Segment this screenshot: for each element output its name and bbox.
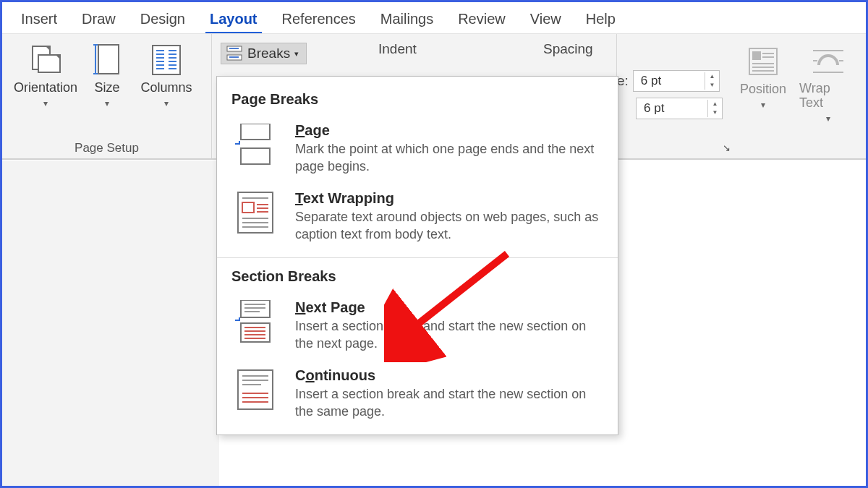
wrap-text-label: Wrap Text — [799, 82, 857, 111]
dropdown-separator — [217, 257, 618, 258]
spacing-label: Spacing — [543, 41, 593, 57]
chevron-down-icon: ▾ — [105, 98, 109, 108]
text-wrapping-break-icon — [234, 190, 276, 235]
group-page-setup: Orientation ▾ Size ▾ — [2, 34, 212, 158]
tab-view[interactable]: View — [524, 7, 567, 33]
dialog-launcher-paragraph[interactable]: ↘ — [723, 142, 734, 154]
page-breaks-header: Page Breaks — [231, 91, 612, 108]
spin-up-icon[interactable]: ▲ — [708, 100, 722, 108]
orientation-button[interactable]: Orientation ▾ — [11, 40, 80, 108]
chevron-down-icon: ▾ — [294, 49, 299, 59]
break-continuous[interactable]: Continuous Insert a section break and st… — [231, 363, 612, 431]
tab-review[interactable]: Review — [452, 7, 511, 33]
breaks-label: Breaks — [247, 46, 290, 61]
breaks-button[interactable]: Breaks ▾ — [221, 43, 307, 64]
size-label: Size — [94, 80, 119, 95]
orientation-label: Orientation — [14, 80, 77, 95]
columns-label: Columns — [140, 80, 192, 95]
group-label-page-setup: Page Setup — [2, 141, 211, 155]
tab-references[interactable]: References — [276, 7, 362, 33]
spacing-after-value: 6 pt — [637, 101, 707, 116]
section-breaks-header: Section Breaks — [231, 268, 612, 285]
svg-rect-37 — [241, 148, 270, 164]
group-arrange: Position ▾ Wrap Text ▾ — [734, 41, 857, 124]
orientation-icon — [27, 43, 64, 77]
document-gutter — [2, 160, 219, 486]
spacing-before-input[interactable]: 6 pt ▲ ▼ — [633, 70, 720, 92]
page-break-icon — [234, 122, 276, 167]
spin-down-icon[interactable]: ▼ — [705, 81, 719, 90]
break-continuous-title: Continuous — [295, 367, 599, 384]
break-text-wrapping-title: Text Wrapping — [295, 190, 599, 207]
break-next-page-title: Next Page — [295, 299, 599, 316]
chevron-down-icon: ▾ — [43, 98, 48, 108]
tab-help[interactable]: Help — [580, 7, 621, 33]
continuous-break-icon — [234, 367, 276, 412]
position-button[interactable]: Position ▾ — [734, 41, 792, 124]
break-page[interactable]: Page Mark the point at which one page en… — [231, 118, 612, 186]
spacing-before-value: 6 pt — [634, 74, 705, 88]
columns-button[interactable]: Columns ▾ — [134, 40, 199, 108]
svg-rect-2 — [38, 55, 60, 72]
chevron-down-icon: ▾ — [761, 100, 765, 110]
next-page-break-icon — [234, 299, 276, 344]
spin-down-icon[interactable]: ▼ — [708, 108, 722, 117]
size-icon — [88, 43, 126, 77]
break-text-wrapping-desc: Separate text around objects on web page… — [295, 208, 599, 244]
position-icon — [744, 44, 782, 79]
indent-label: Indent — [378, 41, 417, 57]
breaks-icon — [226, 46, 243, 61]
tab-design[interactable]: Design — [135, 7, 191, 33]
document-page[interactable] — [623, 160, 866, 486]
columns-icon — [148, 43, 185, 77]
tab-mailings[interactable]: Mailings — [375, 7, 439, 33]
tab-layout[interactable]: Layout — [204, 7, 263, 33]
break-next-page[interactable]: Next Page Insert a section break and sta… — [231, 295, 612, 363]
chevron-down-icon: ▾ — [164, 98, 169, 108]
ribbon-tabs: Insert Draw Design Layout References Mai… — [2, 2, 866, 33]
svg-rect-26 — [752, 51, 761, 60]
wrap-text-icon — [809, 44, 847, 79]
spacing-after-row: 6 pt ▲ ▼ — [636, 98, 723, 119]
chevron-down-icon: ▾ — [826, 114, 830, 124]
size-button[interactable]: Size ▾ — [82, 40, 132, 108]
break-next-page-desc: Insert a section break and start the new… — [295, 317, 599, 353]
spacing-before-row: e: 6 pt ▲ ▼ — [617, 70, 720, 92]
break-text-wrapping[interactable]: Text Wrapping Separate text around objec… — [231, 186, 612, 254]
svg-rect-51 — [241, 323, 270, 342]
svg-rect-4 — [98, 45, 119, 74]
breaks-dropdown: Page Breaks Page Mark the point at which… — [216, 76, 618, 435]
break-continuous-desc: Insert a section break and start the new… — [295, 385, 599, 421]
spacing-before-suffix: e: — [617, 73, 629, 89]
spin-up-icon[interactable]: ▲ — [705, 72, 719, 81]
break-page-desc: Mark the point at which one page ends an… — [295, 140, 599, 176]
break-page-title: Page — [295, 122, 599, 139]
spacing-after-input[interactable]: 6 pt ▲ ▼ — [636, 98, 723, 119]
tab-insert[interactable]: Insert — [15, 7, 63, 33]
wrap-text-button[interactable]: Wrap Text ▾ — [799, 41, 857, 124]
position-label: Position — [740, 82, 786, 97]
svg-rect-36 — [241, 124, 270, 140]
tab-draw[interactable]: Draw — [76, 7, 122, 33]
